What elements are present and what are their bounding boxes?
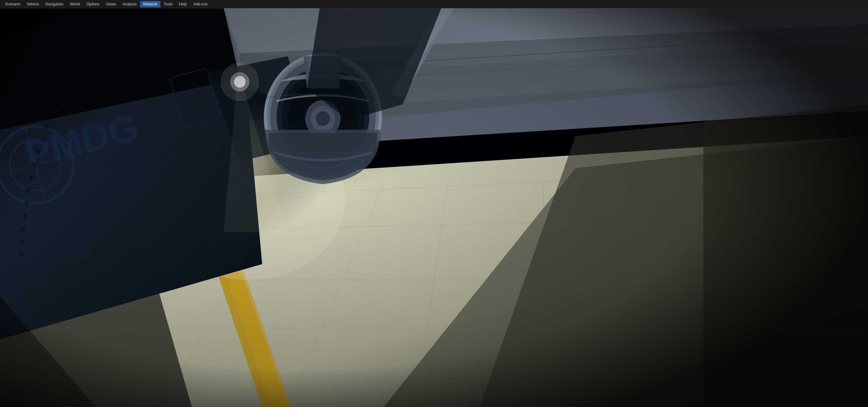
menu-item-analysis[interactable]: Analysis bbox=[119, 1, 140, 7]
menu-item-scenario[interactable]: Scenario bbox=[2, 1, 23, 7]
menu-item-views[interactable]: Views bbox=[103, 1, 119, 7]
menu-item-navigation[interactable]: Navigation bbox=[42, 1, 67, 7]
svg-rect-108 bbox=[0, 8, 868, 407]
menubar: ScenarioVehicleNavigationWorldOptionsVie… bbox=[0, 0, 868, 8]
menu-item-network[interactable]: Network bbox=[140, 1, 160, 7]
menu-item-addons[interactable]: Add-ons bbox=[190, 1, 211, 7]
menu-item-world[interactable]: World bbox=[67, 1, 83, 7]
menu-item-help[interactable]: Help bbox=[176, 1, 190, 7]
menu-item-options[interactable]: Options bbox=[83, 1, 103, 7]
scene-canvas: PMDG bbox=[0, 8, 868, 407]
menu-item-vehicle[interactable]: Vehicle bbox=[23, 1, 42, 7]
menu-item-tools[interactable]: Tools bbox=[160, 1, 176, 7]
viewport: PMDG bbox=[0, 8, 868, 407]
app: ScenarioVehicleNavigationWorldOptionsVie… bbox=[0, 0, 868, 407]
